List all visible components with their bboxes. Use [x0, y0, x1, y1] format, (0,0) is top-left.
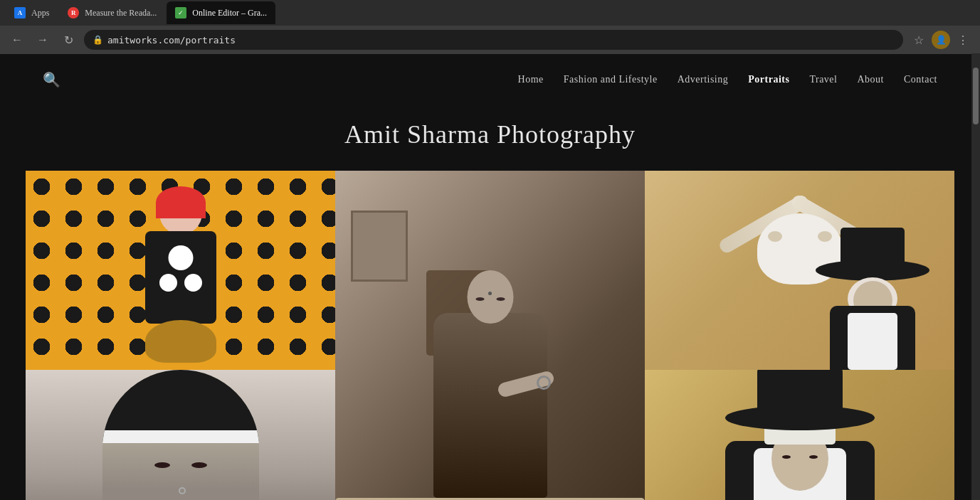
bangles — [537, 376, 551, 390]
eye-socket-left — [768, 231, 782, 242]
body-1 — [145, 231, 216, 324]
back-button[interactable]: ← — [7, 30, 27, 50]
nav-portraits[interactable]: Portraits — [748, 74, 789, 85]
tab-apps-label: Apps — [31, 8, 49, 18]
gallery-image-4 — [26, 370, 335, 500]
gallery-image-1 — [26, 171, 335, 370]
tab-apps[interactable]: A Apps — [6, 1, 58, 24]
nav-home[interactable]: Home — [518, 74, 544, 85]
bookmark-button[interactable]: ☆ — [909, 30, 929, 50]
woman-figure-3 — [826, 256, 919, 370]
page-title: Amit Sharma Photography — [0, 119, 980, 149]
left-eye — [154, 462, 170, 468]
gallery-item-2[interactable] — [335, 171, 645, 500]
gallery-item-3[interactable] — [645, 171, 954, 370]
eyes-container — [102, 462, 259, 468]
close-up-face — [26, 370, 335, 500]
eye-right — [496, 297, 505, 301]
search-icon[interactable]: 🔍 — [43, 71, 60, 88]
apps-favicon: A — [14, 7, 26, 18]
wall-painting — [351, 211, 408, 282]
gallery-item-1[interactable] — [26, 171, 335, 370]
eye-left — [475, 297, 484, 301]
red-hair — [156, 186, 206, 218]
hat-crown — [841, 228, 905, 263]
scrollbar[interactable] — [971, 53, 980, 500]
circle-pattern-1 — [168, 245, 193, 270]
website: 🔍 Home Fashion and Lifestyle Advertising… — [0, 54, 980, 500]
tab-editor[interactable]: ✓ Online Editor – Gra... — [167, 1, 275, 24]
url-text: amitworks.com/portraits — [107, 35, 236, 46]
site-navigation: 🔍 Home Fashion and Lifestyle Advertising… — [0, 54, 980, 105]
right-eye — [191, 462, 207, 468]
nav-travel[interactable]: Travel — [809, 74, 837, 85]
white-shirt — [848, 313, 897, 370]
face6-left-eye — [782, 455, 791, 459]
nav-advertising[interactable]: Advertising — [678, 74, 729, 85]
nav-links: Home Fashion and Lifestyle Advertising P… — [518, 74, 937, 85]
nose-ring — [179, 487, 186, 494]
hat-brim-6 — [725, 405, 875, 430]
user-avatar[interactable]: 👤 — [932, 31, 950, 49]
bindi — [488, 292, 492, 295]
gallery-image-3 — [645, 171, 954, 370]
white-headband — [102, 430, 259, 443]
pumpkin-decoration — [145, 320, 216, 363]
face-shape — [102, 370, 259, 500]
circle-pattern-3 — [184, 274, 202, 292]
page-title-section: Amit Sharma Photography — [0, 105, 980, 171]
nav-about[interactable]: About — [857, 74, 884, 85]
eye-socket-right — [818, 231, 832, 242]
hat-crown-6 — [757, 370, 843, 409]
editor-favicon: ✓ — [175, 7, 186, 18]
face6-right-eye — [809, 455, 818, 459]
circle-pattern-2 — [159, 274, 177, 292]
browser-chrome: A Apps R Measure the Reada... ✓ Online E… — [0, 0, 980, 54]
gallery-image-2 — [335, 171, 645, 500]
gallery-item-6[interactable] — [645, 370, 954, 500]
lock-icon: 🔒 — [93, 35, 103, 46]
gallery-item-4[interactable] — [26, 370, 335, 500]
saree-figure — [426, 270, 554, 500]
nav-contact[interactable]: Contact — [904, 74, 937, 85]
tab-editor-label: Online Editor – Gra... — [192, 8, 267, 18]
tab-measure-label: Measure the Reada... — [85, 8, 157, 18]
gallery-grid — [0, 171, 980, 500]
tab-measure[interactable]: R Measure the Reada... — [59, 1, 165, 24]
measure-favicon: R — [68, 7, 79, 18]
figure-head — [467, 270, 513, 324]
forward-button[interactable]: → — [33, 30, 53, 50]
menu-button[interactable]: ⋮ — [953, 30, 973, 50]
hat-woman-figure — [725, 384, 875, 500]
saree-body — [433, 313, 547, 498]
browser-actions: ☆ 👤 ⋮ — [909, 30, 973, 50]
address-bar[interactable]: 🔒 amitworks.com/portraits — [84, 30, 903, 50]
browser-toolbar: ← → ↻ 🔒 amitworks.com/portraits ☆ 👤 ⋮ — [0, 26, 980, 54]
scrollbar-thumb[interactable] — [973, 68, 979, 124]
gallery-image-6 — [645, 370, 954, 500]
nav-fashion[interactable]: Fashion and Lifestyle — [564, 74, 658, 85]
refresh-button[interactable]: ↻ — [58, 30, 78, 50]
tabs-bar: A Apps R Measure the Reada... ✓ Online E… — [0, 0, 980, 26]
